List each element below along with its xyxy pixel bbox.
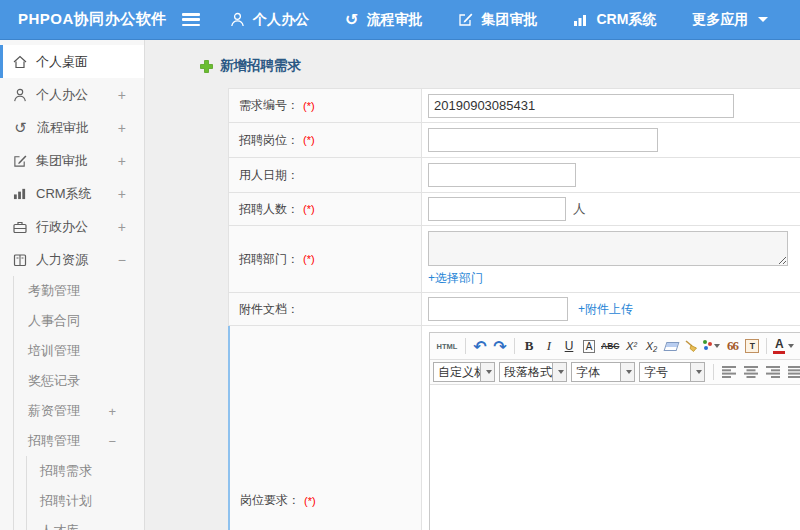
form-row-requirements: 岗位要求： (*) HTML ↶ ↷ B I [228,326,800,530]
sidebar-item-crm-system[interactable]: CRM系统 + [0,177,144,210]
form-row-department: 招聘部门： (*) +选择部门 [228,226,800,293]
subscript-button[interactable]: X₂ [642,335,660,357]
headcount-input[interactable] [428,197,566,221]
required-mark: (*) [304,495,316,507]
bar-chart-icon [573,13,588,27]
color-dots-icon [703,340,707,344]
app-header: PHPOA协同办公软件 个人办公 ↺ 流程审批 集团审批 CRM系统 更多应用 [0,0,800,40]
page-title: 新增招聘需求 [200,57,800,75]
sidebar-item-personal-office[interactable]: 个人办公 + [0,78,144,111]
caret-down-icon [558,370,564,374]
req-no-input[interactable] [428,94,734,118]
attachment-input[interactable] [428,297,568,321]
sidebar-item-personal-desktop[interactable]: 个人桌面 [0,45,144,78]
paste-text-button[interactable]: T [743,335,761,357]
department-textarea[interactable] [428,231,788,266]
hire-date-input[interactable] [428,163,576,187]
edit-square-icon [458,12,473,27]
blockquote-button[interactable]: 66 [723,335,741,357]
field-label: 附件文档： [239,301,299,318]
position-input[interactable] [428,128,658,152]
menu-toggle-icon[interactable] [182,13,200,26]
sidebar-item-salary[interactable]: 薪资管理+ [14,396,144,426]
form-row-attachment: 附件文档： +附件上传 [228,293,800,326]
field-label: 招聘部门： [239,251,299,268]
format-brush-button[interactable] [682,335,700,357]
align-right-button[interactable] [766,366,780,378]
eraser-button[interactable] [662,335,680,357]
sidebar: 个人桌面 个人办公 + ↺ 流程审批 + 集团审批 + CRM系统 + 行政办公… [0,40,145,530]
sidebar-item-talent-pool[interactable]: 人才库 [27,516,144,530]
undo-button[interactable]: ↶ [471,335,489,357]
strikethrough-button[interactable]: ABC [600,335,620,357]
nav-crm-system[interactable]: CRM系统 [573,11,656,29]
align-left-button[interactable] [722,366,736,378]
collapse-icon[interactable]: − [108,434,116,449]
paste-icon: T [745,339,759,353]
sidebar-item-rewards[interactable]: 奖惩记录 [14,366,144,396]
briefcase-icon [13,220,27,234]
sidebar-item-training[interactable]: 培训管理 [14,336,144,366]
font-family-select[interactable]: 字体 [571,362,635,382]
required-mark: (*) [303,203,315,215]
expand-icon[interactable]: + [118,153,126,169]
redo-button[interactable]: ↷ [491,335,509,357]
collapse-icon[interactable]: − [118,252,126,268]
italic-button[interactable]: I [540,335,558,357]
person-icon [13,88,27,102]
caret-down-icon [788,344,794,348]
sidebar-item-human-resources[interactable]: 人力资源 − [0,243,144,276]
select-department-link[interactable]: +选择部门 [428,270,483,287]
nav-group-approval[interactable]: 集团审批 [458,11,537,29]
sidebar-item-hr-contract[interactable]: 人事合同 [14,306,144,336]
bold-button[interactable]: B [520,335,538,357]
sidebar-item-attendance[interactable]: 考勤管理 [14,276,144,306]
unit-suffix: 人 [573,201,586,218]
sidebar-item-group-approval[interactable]: 集团审批 + [0,144,144,177]
align-justify-button[interactable] [788,366,800,378]
custom-title-select[interactable]: 自定义标题 [433,362,495,382]
field-label: 岗位要求： [240,492,300,509]
html-source-button[interactable]: HTML [434,335,460,357]
required-mark: (*) [303,134,315,146]
sidebar-item-administration[interactable]: 行政办公 + [0,210,144,243]
expand-icon[interactable]: + [118,120,126,136]
font-color-bar [773,351,785,354]
sidebar-item-recruitment[interactable]: 招聘管理− [14,426,144,456]
sidebar-item-recruit-demand[interactable]: 招聘需求 [27,456,144,486]
font-style-button[interactable]: A [580,335,598,357]
person-icon [230,12,245,27]
font-color-button[interactable]: A [772,335,795,357]
font-size-select[interactable]: 字号 [639,362,705,382]
paragraph-format-select[interactable]: 段落格式 [499,362,567,382]
home-icon [13,55,27,69]
sidebar-item-workflow-approval[interactable]: ↺ 流程审批 + [0,111,144,144]
align-center-button[interactable] [744,366,758,378]
caret-down-icon [696,370,702,374]
align-left-icon [722,366,736,378]
top-nav: 个人办公 ↺ 流程审批 集团审批 CRM系统 更多应用 [230,11,768,29]
broom-icon [684,339,698,353]
process-cycle-icon: ↺ [13,120,28,135]
paint-color-button[interactable] [702,335,721,357]
plus-icon [200,60,213,73]
align-center-icon [744,366,758,378]
upload-attachment-link[interactable]: +附件上传 [578,301,633,318]
sidebar-item-recruit-plan[interactable]: 招聘计划 [27,486,144,516]
expand-icon[interactable]: + [118,87,126,103]
nav-more-apps[interactable]: 更多应用 [692,11,768,29]
app-logo: PHPOA协同办公软件 [0,10,182,29]
superscript-button[interactable]: X² [622,335,640,357]
nav-personal-office[interactable]: 个人办公 [230,11,309,29]
expand-icon[interactable]: + [118,219,126,235]
editor-content-area[interactable] [430,385,800,530]
editor-toolbar-row1: HTML ↶ ↷ B I U A ABC X² X₂ [430,333,800,360]
expand-icon[interactable]: + [118,186,126,202]
recruit-demand-form: 需求编号： (*) 招聘岗位： (*) 用人日期 [228,88,800,530]
caret-down-icon [626,370,632,374]
nav-workflow-approval[interactable]: ↺ 流程审批 [345,11,422,29]
hr-book-icon [13,253,27,267]
required-mark: (*) [303,100,315,112]
underline-button[interactable]: U [560,335,578,357]
expand-icon[interactable]: + [108,404,116,419]
